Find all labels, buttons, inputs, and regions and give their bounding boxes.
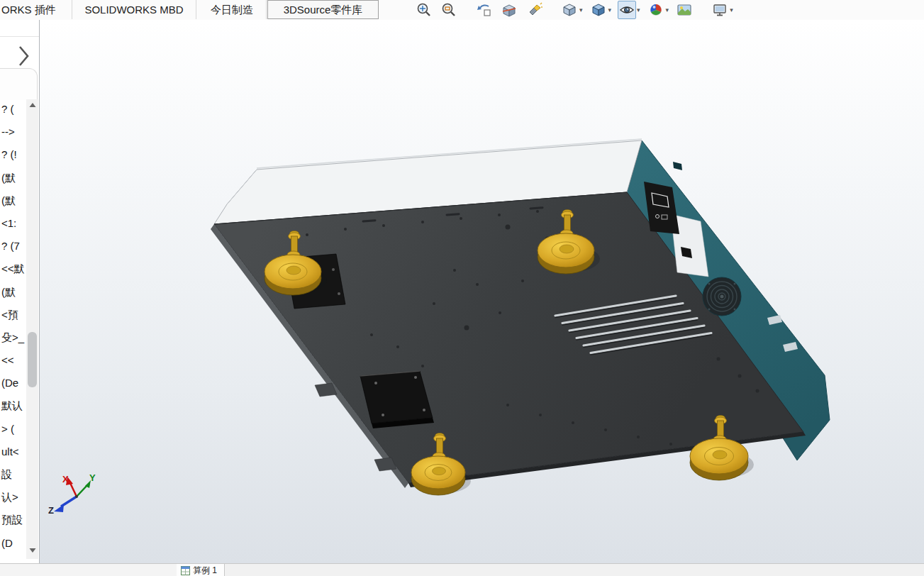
tree-item[interactable]: ult< — [0, 441, 28, 463]
view-settings-icon[interactable] — [711, 1, 729, 19]
view-settings-dropdown-icon[interactable]: ▾ — [730, 1, 733, 19]
tree-item[interactable]: --> — [0, 121, 28, 143]
chevron-right-icon — [16, 43, 33, 70]
previous-view-icon[interactable] — [475, 1, 494, 19]
feature-tree-tab[interactable] — [0, 68, 38, 100]
apply-scene-icon[interactable] — [675, 1, 694, 19]
axis-x-label: X — [62, 474, 69, 484]
study-tab[interactable]: 算例 1 — [177, 564, 225, 576]
bottom-scroll-area[interactable] — [0, 564, 177, 576]
lighting-icon[interactable] — [525, 1, 543, 19]
menu-tab-today-manufacture[interactable]: 今日制造 — [198, 0, 267, 19]
expand-panel-button[interactable] — [16, 43, 33, 70]
tree-item[interactable]: <1: — [0, 212, 28, 235]
panel-divider — [0, 36, 39, 37]
axis-z-label: Z — [48, 505, 54, 516]
heads-up-toolbar: ▾ ▾ — [415, 0, 733, 20]
tree-item[interactable]: ? (! — [0, 143, 28, 166]
tree-item[interactable]: 认> — [0, 486, 28, 509]
tree-item[interactable]: (D — [0, 532, 28, 555]
menubar: ORKS 插件 SOLIDWORKS MBD 今日制造 3DSource零件库 — [0, 0, 924, 21]
menu-tab-solidworks-mbd[interactable]: SOLIDWORKS MBD — [72, 0, 196, 19]
coordinate-triad: X Y Z — [48, 472, 96, 516]
tree-item[interactable]: 默认 — [0, 394, 28, 417]
statusbar: 算例 1 — [0, 563, 924, 576]
tree-item[interactable]: 殳>_ — [0, 326, 28, 349]
tree-item[interactable]: (默 — [0, 189, 28, 212]
section-view-icon[interactable] — [500, 1, 518, 19]
model-canvas[interactable]: X Y Z — [40, 20, 924, 563]
study-icon — [181, 566, 190, 575]
tree-item[interactable]: 設 — [0, 463, 28, 486]
tree-item[interactable]: <預 — [0, 304, 28, 326]
view-orientation-dropdown-icon[interactable]: ▾ — [579, 1, 583, 19]
tree-scrollbar[interactable] — [26, 99, 38, 559]
fan-vent[interactable] — [703, 277, 741, 316]
scroll-up-button[interactable] — [26, 99, 38, 111]
feature-tree-list: ? ( --> ? (! (默 (默 <1: ? (7 <<默 (默 <預 殳>… — [0, 98, 28, 555]
tree-item[interactable]: (De — [0, 372, 28, 394]
hide-show-items-dropdown-icon[interactable]: ▾ — [637, 1, 640, 19]
triangle-up-icon — [29, 102, 36, 108]
feature-tree-panel: ? ( --> ? (! (默 (默 <1: ? (7 <<默 (默 <預 殳>… — [0, 20, 40, 564]
hide-show-items-icon[interactable] — [618, 1, 636, 19]
tree-item[interactable]: ? (7 — [0, 235, 28, 257]
triangle-down-icon — [29, 548, 36, 553]
graphics-area[interactable]: X Y Z — [40, 20, 924, 563]
tree-item[interactable]: (默 — [0, 167, 28, 189]
scroll-thumb[interactable] — [28, 332, 37, 387]
study-tab-label: 算例 1 — [193, 565, 217, 576]
menu-tab-addins[interactable]: ORKS 插件 — [0, 0, 72, 19]
display-style-icon[interactable] — [589, 1, 608, 19]
zoom-to-area-icon[interactable] — [440, 1, 458, 19]
tree-item[interactable]: (默 — [0, 281, 28, 304]
display-style-dropdown-icon[interactable]: ▾ — [608, 1, 612, 19]
menu-tab-3dsource-library[interactable]: 3DSource零件库 — [267, 0, 379, 19]
zoom-to-fit-icon[interactable] — [415, 1, 433, 19]
tree-item[interactable]: ? ( — [0, 98, 28, 121]
axis-y-label: Y — [89, 472, 96, 483]
tree-item[interactable]: << — [0, 349, 28, 372]
solidworks-window: ORKS 插件 SOLIDWORKS MBD 今日制造 3DSource零件库 — [0, 0, 924, 576]
tree-item[interactable]: 預設 — [0, 509, 28, 531]
view-orientation-icon[interactable] — [560, 1, 579, 19]
tree-item[interactable]: > ( — [0, 418, 28, 441]
tree-item[interactable]: <<默 — [0, 257, 28, 280]
edit-appearance-dropdown-icon[interactable]: ▾ — [666, 1, 669, 19]
edit-appearance-icon[interactable] — [647, 1, 665, 19]
scroll-down-button[interactable] — [26, 545, 38, 556]
